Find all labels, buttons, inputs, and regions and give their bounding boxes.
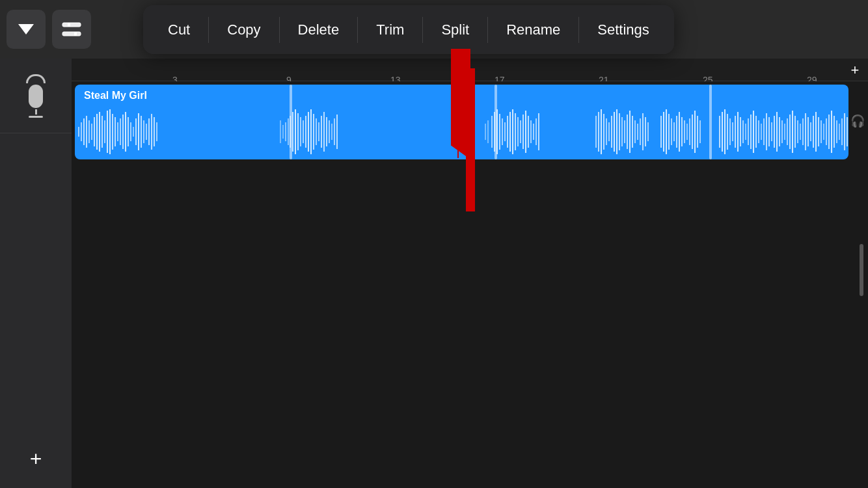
svg-rect-165 <box>839 124 840 140</box>
svg-rect-12 <box>91 124 92 140</box>
svg-rect-57 <box>329 120 330 143</box>
tracks-icon-button[interactable] <box>52 10 91 49</box>
sidebar: + <box>0 59 72 488</box>
svg-rect-110 <box>679 112 680 152</box>
waveform-visualization <box>75 104 848 159</box>
svg-rect-147 <box>792 111 793 153</box>
svg-rect-127 <box>740 117 741 146</box>
svg-rect-148 <box>794 116 796 148</box>
svg-rect-97 <box>634 120 636 143</box>
svg-rect-87 <box>608 122 610 141</box>
svg-rect-142 <box>779 117 780 146</box>
svg-rect-2 <box>68 23 70 27</box>
svg-rect-162 <box>831 111 832 153</box>
add-track-plus-button[interactable]: + <box>20 442 52 475</box>
svg-rect-94 <box>627 115 628 149</box>
svg-rect-137 <box>766 113 767 150</box>
svg-rect-72 <box>515 113 516 150</box>
svg-rect-82 <box>595 116 597 148</box>
svg-rect-70 <box>509 112 511 152</box>
svg-rect-119 <box>719 116 720 148</box>
svg-rect-43 <box>292 112 293 152</box>
context-menu-rename[interactable]: Rename <box>488 5 578 54</box>
svg-rect-73 <box>517 117 519 146</box>
context-menu-cut[interactable]: Cut <box>150 5 208 54</box>
svg-rect-96 <box>632 116 633 148</box>
svg-rect-53 <box>318 122 319 141</box>
svg-rect-151 <box>802 118 804 145</box>
svg-rect-46 <box>300 117 301 146</box>
svg-rect-63 <box>491 116 493 148</box>
svg-rect-102 <box>647 122 649 141</box>
svg-rect-71 <box>512 109 513 154</box>
svg-rect-163 <box>834 116 835 148</box>
dropdown-button[interactable] <box>7 10 46 49</box>
svg-rect-104 <box>663 112 664 152</box>
svg-rect-124 <box>732 122 733 141</box>
segment-marker-2 <box>495 85 497 159</box>
add-track-sidebar: + <box>0 442 72 475</box>
svg-rect-141 <box>776 112 778 152</box>
svg-rect-26 <box>128 117 129 146</box>
svg-rect-123 <box>729 118 731 145</box>
svg-rect-22 <box>117 122 118 141</box>
context-menu-trim[interactable]: Trim <box>358 5 422 54</box>
svg-rect-100 <box>642 113 644 150</box>
svg-rect-8 <box>81 122 82 141</box>
headphone-icon[interactable]: 🎧 <box>850 114 865 128</box>
svg-rect-138 <box>768 117 770 146</box>
svg-rect-167 <box>844 113 845 150</box>
svg-rect-130 <box>748 118 749 145</box>
svg-rect-161 <box>828 115 830 149</box>
svg-rect-116 <box>694 111 696 153</box>
svg-rect-33 <box>146 124 147 140</box>
svg-rect-76 <box>525 111 526 153</box>
track-control <box>0 59 72 133</box>
svg-rect-40 <box>285 122 286 141</box>
svg-rect-133 <box>755 116 757 148</box>
audio-track[interactable]: Steal My Girl <box>75 85 848 159</box>
context-menu-settings[interactable]: Settings <box>579 5 668 54</box>
svg-rect-3 <box>62 32 81 36</box>
svg-rect-125 <box>735 116 736 148</box>
svg-rect-0 <box>62 23 81 27</box>
svg-rect-56 <box>326 117 327 146</box>
context-menu-copy[interactable]: Copy <box>209 5 278 54</box>
svg-rect-80 <box>536 118 537 145</box>
svg-rect-69 <box>507 116 508 148</box>
svg-rect-158 <box>821 120 822 143</box>
svg-rect-129 <box>745 124 746 140</box>
vertical-scrollbar[interactable] <box>855 81 868 488</box>
svg-rect-41 <box>288 118 289 145</box>
svg-rect-28 <box>133 127 134 137</box>
svg-rect-44 <box>295 109 296 154</box>
svg-rect-89 <box>614 112 615 152</box>
svg-rect-131 <box>750 115 752 149</box>
svg-rect-34 <box>148 118 150 145</box>
svg-rect-62 <box>487 120 489 143</box>
svg-rect-145 <box>787 118 788 145</box>
svg-rect-47 <box>303 120 304 143</box>
svg-rect-114 <box>689 118 690 145</box>
svg-rect-77 <box>528 116 529 148</box>
dropdown-icon <box>18 24 34 34</box>
playhead-line <box>457 70 459 158</box>
svg-rect-68 <box>504 122 506 141</box>
svg-rect-39 <box>282 125 284 139</box>
svg-rect-38 <box>280 120 281 143</box>
svg-rect-122 <box>727 114 728 150</box>
context-menu-delete[interactable]: Delete <box>280 5 358 54</box>
svg-rect-98 <box>637 124 638 140</box>
context-menu-split[interactable]: Split <box>423 5 487 54</box>
mic-base <box>29 116 43 118</box>
add-track-button[interactable]: + <box>845 59 865 81</box>
svg-rect-99 <box>640 118 641 145</box>
svg-rect-126 <box>737 112 739 152</box>
scrollbar-thumb[interactable] <box>860 244 863 296</box>
svg-rect-25 <box>125 112 126 152</box>
svg-rect-24 <box>122 115 124 149</box>
svg-rect-120 <box>722 112 723 152</box>
svg-rect-23 <box>120 118 121 145</box>
svg-rect-31 <box>141 116 142 148</box>
svg-rect-160 <box>826 118 827 145</box>
